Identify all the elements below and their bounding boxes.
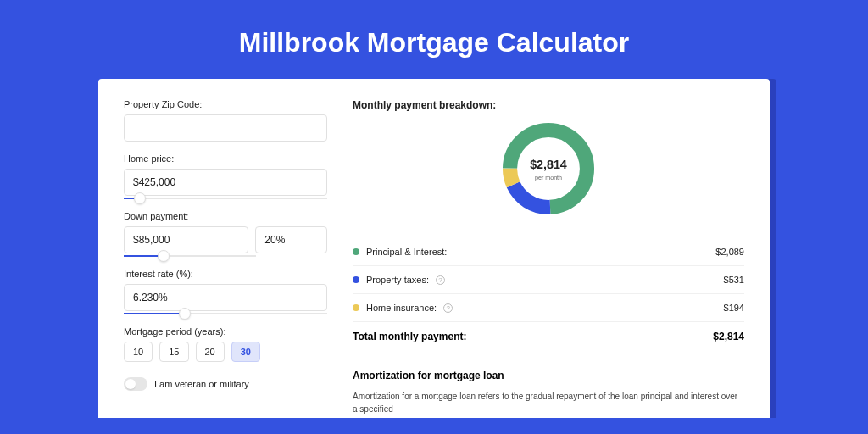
zip-input[interactable] <box>124 114 327 142</box>
info-icon[interactable]: ? <box>443 303 453 313</box>
down-payment-label: Down payment: <box>124 211 327 221</box>
down-payment-percent-input[interactable] <box>255 226 327 253</box>
donut-chart-wrap: $2,814 per month <box>353 118 744 223</box>
veteran-label: I am veteran or military <box>154 379 249 389</box>
legend-value: $531 <box>724 275 744 285</box>
interest-rate-label: Interest rate (%): <box>124 269 327 279</box>
legend-row-principal: Principal & Interest: $2,089 <box>353 238 744 266</box>
legend-label: Home insurance: <box>366 303 437 313</box>
dot-icon <box>353 276 359 283</box>
home-price-label: Home price: <box>124 153 327 164</box>
home-price-input[interactable] <box>124 169 327 196</box>
zip-label: Property Zip Code: <box>124 99 327 109</box>
form-column: Property Zip Code: Home price: Down paym… <box>124 99 327 398</box>
veteran-toggle[interactable] <box>124 377 147 391</box>
dot-icon <box>353 304 359 311</box>
interest-rate-input[interactable] <box>124 284 327 311</box>
down-payment-amount-input[interactable] <box>124 226 248 253</box>
donut-center-amount: $2,814 <box>530 158 567 171</box>
period-option-20[interactable]: 20 <box>196 342 225 362</box>
zip-field-group: Property Zip Code: <box>124 99 327 142</box>
breakdown-column: Monthly payment breakdown: $2,814 per mo… <box>353 99 744 398</box>
legend-row-insurance: Home insurance: ? $194 <box>353 294 744 322</box>
slider-thumb[interactable] <box>158 250 170 262</box>
legend-label: Principal & Interest: <box>366 247 447 257</box>
donut-center-sub: per month <box>535 175 562 181</box>
total-value: $2,814 <box>713 331 744 342</box>
toggle-knob <box>125 379 136 389</box>
info-icon[interactable]: ? <box>436 275 445 285</box>
legend-value: $2,089 <box>715 247 744 257</box>
period-label: Mortgage period (years): <box>124 326 327 337</box>
total-label: Total monthly payment: <box>353 331 466 342</box>
interest-rate-slider[interactable] <box>124 313 327 314</box>
veteran-row: I am veteran or military <box>124 377 327 391</box>
legend-value: $194 <box>724 303 744 313</box>
legend-row-taxes: Property taxes: ? $531 <box>353 266 744 294</box>
dot-icon <box>353 248 359 255</box>
donut-chart: $2,814 per month <box>498 118 599 220</box>
interest-rate-group: Interest rate (%): <box>124 269 327 314</box>
period-options: 10 15 20 30 <box>124 342 327 362</box>
period-option-15[interactable]: 15 <box>159 342 188 362</box>
home-price-group: Home price: <box>124 153 327 199</box>
down-payment-slider[interactable] <box>124 255 256 257</box>
slider-thumb[interactable] <box>179 308 191 320</box>
legend-label: Property taxes: <box>366 275 429 285</box>
home-price-slider[interactable] <box>124 198 327 199</box>
period-group: Mortgage period (years): 10 15 20 30 <box>124 326 327 362</box>
page-title: Millbrook Mortgage Calculator <box>0 0 868 79</box>
period-option-10[interactable]: 10 <box>124 342 153 362</box>
calculator-card: Property Zip Code: Home price: Down paym… <box>98 79 770 418</box>
breakdown-title: Monthly payment breakdown: <box>353 99 744 111</box>
down-payment-group: Down payment: <box>124 211 327 257</box>
total-row: Total monthly payment: $2,814 <box>353 322 744 359</box>
amort-text: Amortization for a mortgage loan refers … <box>353 390 744 415</box>
slider-thumb[interactable] <box>134 192 146 204</box>
period-option-30[interactable]: 30 <box>231 342 260 362</box>
amort-title: Amortization for mortgage loan <box>353 370 744 381</box>
